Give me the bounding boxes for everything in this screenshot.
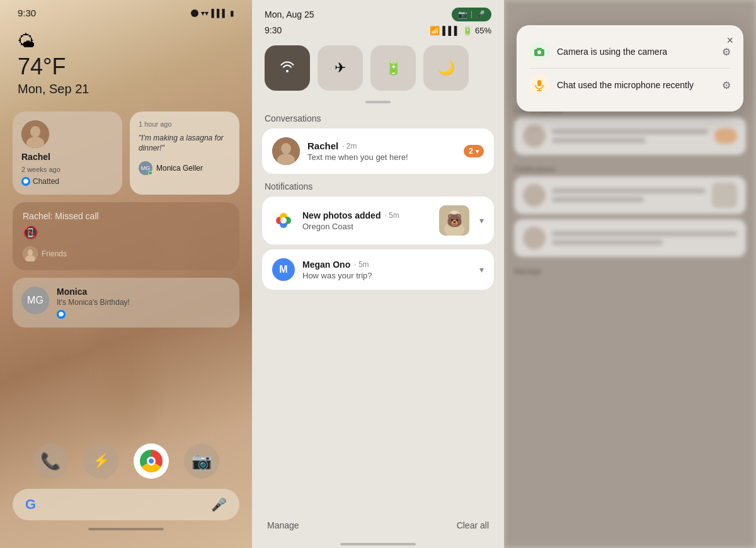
weather-widget: 🌤 74°F Mon, Sep 21: [13, 21, 239, 101]
home-indicator: [88, 528, 164, 530]
notifications-label: Notifications: [252, 179, 504, 197]
quote-sender-name: Monica Geller: [156, 164, 203, 173]
wifi-icon: ▾▾: [201, 9, 209, 18]
bg-manage-label: Manage: [514, 262, 746, 278]
flash-app-icon[interactable]: ⚡: [83, 443, 118, 479]
camera-app-icon: [529, 42, 549, 62]
rachel-conv-name-row: Rachel · 2m: [307, 140, 456, 151]
mail-title-row: Megan Ono · 5m: [302, 260, 469, 270]
weather-date: Mon, Sep 21: [18, 82, 234, 96]
photos-chevron-icon[interactable]: ▾: [479, 215, 484, 225]
bg-text-3: [552, 231, 737, 245]
friends-badge: Friends: [23, 246, 229, 261]
svg-rect-22: [537, 48, 542, 50]
bg-line-3: [552, 188, 706, 193]
gmail-icon: M: [272, 258, 295, 281]
bg-line-2: [552, 138, 646, 143]
friends-text: Friends: [42, 249, 67, 258]
notif-home-indicator: [340, 543, 416, 545]
notif-status-bar: Mon, Aug 25 📷 🎤: [252, 0, 504, 24]
photos-title: New photos added: [302, 210, 381, 220]
camera-settings-icon[interactable]: ⚙: [722, 46, 731, 58]
rachel-chatted: Chatted: [33, 177, 59, 186]
bg-line-5: [552, 231, 737, 236]
airplane-tile[interactable]: ✈: [318, 45, 363, 91]
rachel-conv-info: Rachel · 2m Text me when you get here!: [307, 140, 456, 162]
camera-privacy-text: Camera is using the camera: [557, 47, 714, 57]
clear-all-button[interactable]: Clear all: [457, 520, 489, 530]
photos-notification-card[interactable]: New photos added · 5m Oregon Coast ▾: [262, 197, 494, 244]
rachel-conv-time: · 2m: [342, 142, 357, 151]
rachel-avatar: [21, 120, 49, 148]
svg-point-13: [280, 217, 287, 224]
photos-notif-info: New photos added · 5m Oregon Coast: [302, 210, 432, 231]
notification-panel: Mon, Aug 25 📷 🎤 9:30 📶 ▌▌▌ 🔋 65%: [252, 0, 504, 548]
privacy-panel: Conversations Notifications Man: [504, 0, 756, 548]
chrome-ring: [140, 450, 163, 472]
search-bar[interactable]: G 🎤: [13, 489, 239, 520]
mail-notification-card[interactable]: M Megan Ono · 5m How was your trip? ▾: [262, 249, 494, 290]
wifi-tile-icon: [278, 57, 296, 79]
mic-icon[interactable]: 🎤: [211, 497, 227, 512]
battery-tile[interactable]: 🔋: [370, 45, 416, 91]
drag-handle[interactable]: [365, 101, 391, 103]
svg-point-15: [448, 210, 461, 225]
bg-avatar-3: [523, 227, 546, 249]
notif-battery-icon: 🔋: [462, 26, 472, 35]
friends-avatar: [23, 246, 38, 261]
badge-count: 2: [469, 147, 473, 156]
monica-quote-avatar: MG: [139, 161, 152, 175]
svg-rect-24: [537, 80, 541, 86]
camera-app-icon[interactable]: 📷: [184, 443, 219, 479]
mic-privacy-text: Chat used the microphone recently: [557, 80, 714, 90]
phone-app-icon[interactable]: 📞: [33, 443, 68, 479]
missed-call-text: Rachel: Missed call: [23, 211, 229, 221]
bg-notifications-label: Notifications: [514, 160, 746, 176]
clock: 9:30: [18, 8, 36, 18]
dock-icons: 📞 ⚡ 📷: [13, 443, 239, 479]
rachel-conversation-card[interactable]: Rachel · 2m Text me when you get here! 2…: [262, 128, 494, 174]
mic-settings-icon[interactable]: ⚙: [722, 79, 731, 91]
rachel-conv-name: Rachel: [307, 140, 338, 151]
photos-body: Oregon Coast: [302, 222, 432, 231]
missed-call-widget[interactable]: Rachel: Missed call 📵 Friends: [13, 202, 239, 270]
chevron-down-icon: ▾: [476, 148, 479, 155]
chrome-app-icon[interactable]: [134, 443, 169, 479]
notif-date: Mon, Aug 25: [265, 9, 314, 20]
status-icons: ▾▾ ▌▌▌ ▮: [191, 9, 234, 18]
photos-time: · 5m: [384, 211, 399, 220]
camera-mic-pill[interactable]: 📷 🎤: [452, 8, 491, 21]
close-button[interactable]: ×: [726, 34, 733, 47]
weather-temp: 74°F: [18, 54, 234, 79]
svg-point-18: [455, 214, 459, 217]
signal-icon: ▌▌▌: [211, 9, 227, 18]
mail-chevron-icon[interactable]: ▾: [479, 265, 484, 275]
monica-info: Monica It's Monica's Birthday!: [57, 287, 231, 319]
manage-button[interactable]: Manage: [267, 520, 299, 530]
quote-widget[interactable]: 1 hour ago "I'm making a lasagna for din…: [130, 111, 239, 195]
rachel-conv-msg: Text me when you get here!: [307, 152, 456, 162]
monica-widget[interactable]: MG Monica It's Monica's Birthday!: [13, 278, 239, 328]
wifi-tile[interactable]: [265, 45, 310, 91]
mail-sender: Megan Ono: [302, 260, 350, 270]
svg-point-21: [537, 50, 541, 54]
notif-battery-pct: 65%: [475, 26, 491, 35]
rachel-widget[interactable]: Rachel 2 weeks ago Chatted: [13, 111, 122, 195]
cam-active-icon: 📷: [458, 10, 467, 19]
monica-avatar: MG: [21, 287, 49, 314]
online-dot: [148, 171, 152, 175]
bg-avatar: [523, 125, 546, 147]
night-tile[interactable]: 🌙: [423, 45, 469, 91]
rachel-conv-badge[interactable]: 2 ▾: [464, 145, 484, 157]
svg-point-16: [444, 222, 464, 236]
chrome-inner: [147, 457, 156, 465]
mic-privacy-item: Chat used the microphone recently ⚙: [529, 68, 731, 101]
home-screen: 9:30 ▾▾ ▌▌▌ ▮ 🌤 74°F Mon, Sep 21: [0, 0, 252, 548]
night-icon: 🌙: [438, 60, 455, 76]
mail-time: · 5m: [354, 260, 369, 269]
rachel-time: 2 weeks ago: [21, 166, 60, 173]
google-photos-icon: [272, 209, 295, 232]
bg-conv-card: [514, 117, 746, 155]
bg-notif-card-1: [514, 176, 746, 214]
bg-line-1: [552, 129, 708, 134]
